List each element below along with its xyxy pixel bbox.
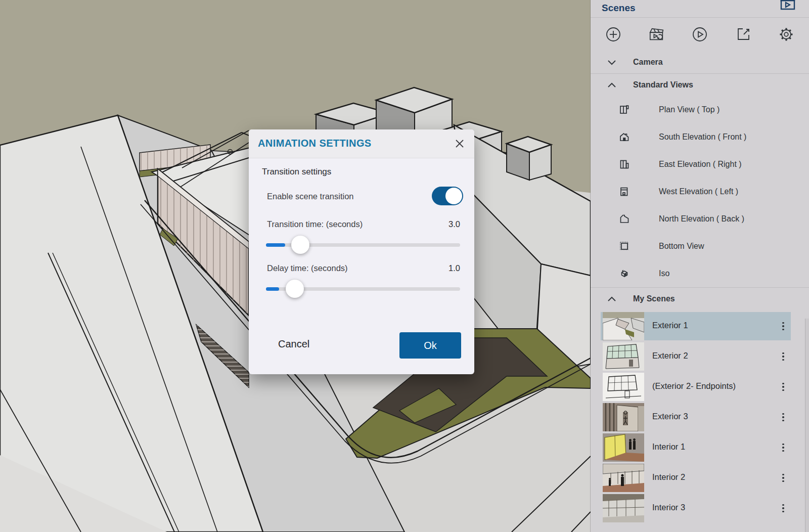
- slider-fill: [266, 287, 279, 291]
- slider-thumb[interactable]: [286, 280, 304, 298]
- settings-gear-button[interactable]: [778, 26, 795, 43]
- animation-settings-dialog: ANIMATION SETTINGS Transition settings E…: [249, 129, 474, 374]
- scene-thumbnail: [603, 373, 644, 401]
- close-icon[interactable]: [453, 137, 466, 150]
- scene-label: Interior 1: [652, 442, 685, 452]
- chevron-down-icon: [607, 59, 617, 66]
- view-item-label: West Elevation ( Left ): [659, 187, 738, 196]
- scene-label: (Exterior 2- Endpoints): [652, 381, 736, 391]
- scene-row-interior-2[interactable]: Interior 2: [603, 464, 794, 492]
- dialog-title: ANIMATION SETTINGS: [258, 138, 372, 149]
- scene-menu-kebab-icon[interactable]: [779, 471, 788, 485]
- delay-time-label: Delay time: (seconds): [267, 263, 348, 273]
- enable-transition-toggle[interactable]: [432, 187, 463, 205]
- scene-menu-kebab-icon[interactable]: [779, 440, 788, 455]
- scrollbar[interactable]: [805, 319, 809, 532]
- transition-time-label: Transition time: (seconds): [267, 219, 363, 229]
- transition-time-slider[interactable]: [266, 243, 460, 247]
- scene-label: Exterior 2: [652, 351, 688, 361]
- view-item-north[interactable]: North Elevation ( Back ): [591, 205, 809, 233]
- chevron-up-icon: [607, 295, 617, 302]
- view-item-label: Plan View ( Top ): [659, 105, 720, 114]
- view-item-iso[interactable]: Iso: [591, 260, 809, 287]
- scene-row-interior-1[interactable]: Interior 1: [603, 433, 794, 462]
- view-item-label: Bottom View: [659, 242, 704, 251]
- scene-row-exterior-3[interactable]: Exterior 3: [603, 403, 794, 431]
- ok-button[interactable]: Ok: [399, 332, 461, 359]
- view-item-label: East Elevation ( Right ): [659, 160, 742, 169]
- iso-view-icon: [618, 267, 631, 280]
- scene-row-interior-3[interactable]: Interior 3: [603, 494, 794, 522]
- scenes-panel: Scenes: [591, 0, 809, 532]
- scene-label: Interior 3: [652, 503, 685, 512]
- panel-title: Scenes: [602, 3, 636, 14]
- scene-thumbnail: [603, 494, 644, 522]
- plan-view-icon: [618, 103, 631, 116]
- scene-menu-kebab-icon[interactable]: [779, 349, 788, 364]
- view-item-label: Iso: [659, 269, 669, 278]
- north-elevation-icon: [618, 212, 631, 226]
- scene-thumbnail: [603, 312, 644, 340]
- app-window: Scenes: [0, 0, 809, 532]
- scene-label: Exterior 1: [652, 321, 688, 330]
- scene-row-exterior-2-endpoints[interactable]: (Exterior 2- Endpoints): [603, 373, 794, 401]
- delay-time-value: 1.0: [448, 263, 460, 273]
- transition-time-value: 3.0: [448, 219, 460, 229]
- scene-animation-mini-icon[interactable]: [779, 0, 796, 11]
- enable-transition-label: Enable scene transition: [267, 192, 354, 201]
- view-item-label: South Elevation ( Front ): [659, 132, 746, 142]
- scenes-toolbar: [591, 18, 809, 51]
- my-scenes-list[interactable]: Exterior 1 Exterior 2: [591, 312, 809, 522]
- view-item-east[interactable]: East Elevation ( Right ): [591, 151, 809, 178]
- view-item-label: North Elevation ( Back ): [659, 214, 744, 224]
- south-elevation-icon: [618, 130, 631, 144]
- chevron-up-icon: [607, 81, 617, 88]
- scene-menu-kebab-icon[interactable]: [779, 410, 788, 424]
- section-my-scenes[interactable]: My Scenes: [591, 288, 809, 310]
- cancel-button[interactable]: Cancel: [275, 338, 312, 350]
- standard-views-list: Plan View ( Top ) South Elevation ( Fron…: [591, 96, 809, 287]
- scene-animation-button[interactable]: [648, 26, 665, 43]
- scene-label: Interior 2: [652, 472, 685, 482]
- view-item-west[interactable]: West Elevation ( Left ): [591, 178, 809, 205]
- scene-menu-kebab-icon[interactable]: [779, 380, 788, 394]
- section-standard-views[interactable]: Standard Views: [591, 74, 809, 96]
- section-camera[interactable]: Camera: [591, 51, 809, 73]
- scene-row-exterior-2[interactable]: Exterior 2: [603, 342, 794, 371]
- west-elevation-icon: [618, 185, 631, 198]
- section-camera-label: Camera: [633, 58, 663, 67]
- export-button[interactable]: [735, 26, 752, 43]
- scene-row-exterior-1[interactable]: Exterior 1: [603, 312, 794, 340]
- scene-thumbnail: [603, 403, 644, 431]
- scene-thumbnail: [603, 433, 644, 462]
- toggle-knob: [445, 188, 462, 204]
- scene-menu-kebab-icon[interactable]: [779, 501, 788, 515]
- scene-thumbnail: [603, 342, 644, 371]
- play-animation-button[interactable]: [691, 26, 708, 43]
- view-item-plan[interactable]: Plan View ( Top ): [591, 96, 809, 123]
- view-item-bottom[interactable]: Bottom View: [591, 233, 809, 260]
- view-item-south[interactable]: South Elevation ( Front ): [591, 123, 809, 151]
- bottom-view-icon: [618, 240, 631, 253]
- east-elevation-icon: [618, 158, 631, 171]
- scene-thumbnail: [603, 464, 644, 492]
- slider-thumb[interactable]: [291, 236, 309, 254]
- scene-menu-kebab-icon[interactable]: [779, 319, 788, 333]
- delay-time-slider[interactable]: [266, 287, 460, 291]
- section-my-scenes-label: My Scenes: [633, 294, 675, 303]
- dialog-header: ANIMATION SETTINGS: [249, 129, 474, 158]
- transition-settings-heading: Transition settings: [262, 167, 331, 177]
- section-standard-views-label: Standard Views: [633, 80, 693, 90]
- scene-label: Exterior 3: [652, 412, 688, 421]
- add-scene-button[interactable]: [605, 26, 622, 43]
- slider-fill: [266, 243, 285, 247]
